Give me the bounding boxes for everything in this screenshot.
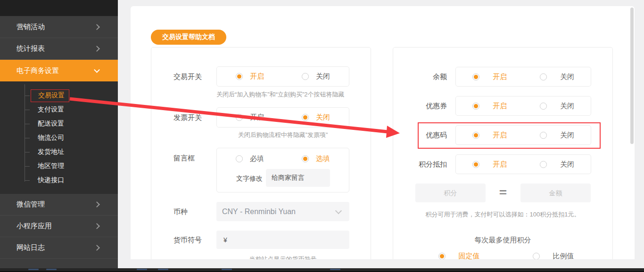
radio-option-label: 开启 <box>250 113 264 122</box>
radio-option-label: 开启 <box>250 72 264 81</box>
radio-option-label: 固定值 <box>459 252 480 260</box>
radio-selected-icon <box>302 114 309 121</box>
radio-unselected-icon <box>236 114 243 121</box>
chevron-right-icon <box>94 245 100 251</box>
sidebar-subitem-shipping-address[interactable]: 发货地址 <box>0 145 118 159</box>
main-content-panel: 交易设置帮助文档 交易开关 开启关闭 关闭后“加入购物车”和“立刻购买”2个按钮… <box>131 6 635 259</box>
radio-unselected-icon <box>236 155 243 162</box>
radio-option-label: 开启 <box>493 72 507 81</box>
sidebar: 营销活动 统计报表 电子商务设置 交易设置 支付设置 配送设置 物流公司 发货地… <box>0 0 118 272</box>
points-input[interactable] <box>415 184 486 202</box>
chevron-down-icon <box>94 67 100 73</box>
scrollbar-thumb[interactable] <box>630 8 634 144</box>
radio-option[interactable]: 关闭 <box>302 113 330 122</box>
radio-option[interactable]: 关闭 <box>540 102 574 111</box>
coupon-radio-group: 开启关闭 <box>455 96 591 116</box>
taskbar-smudge <box>46 269 57 270</box>
radio-unselected-icon <box>540 73 547 80</box>
radio-selected-icon <box>472 161 479 168</box>
radio-selected-icon <box>438 253 446 260</box>
radio-option[interactable]: 关闭 <box>540 131 574 140</box>
max-points-radio-group: 固定值比例值 <box>393 250 612 259</box>
radio-selected-icon <box>236 73 243 80</box>
radio-option[interactable]: 开启 <box>472 102 507 111</box>
sidebar-subitem-trade-settings[interactable]: 交易设置 <box>0 88 118 103</box>
sidebar-subitem-express-api[interactable]: 快递接口 <box>0 173 118 187</box>
invoice-switch-radio-group: 开启关闭 <box>216 107 349 128</box>
currency-select[interactable]: CNY - Renminbi Yuan <box>216 202 349 221</box>
radio-option[interactable]: 开启 <box>472 160 507 169</box>
radio-option[interactable]: 开启 <box>472 131 507 140</box>
sidebar-subitem-payment-settings[interactable]: 支付设置 <box>0 103 118 117</box>
submenu-item-label: 交易设置 <box>31 89 69 102</box>
trade-switch-note: 关闭后“加入购物车”和“立刻购买”2个按钮将隐藏 <box>216 90 358 99</box>
sidebar-subitem-region-management[interactable]: 地区管理 <box>0 159 118 173</box>
radio-option[interactable]: 必填 <box>236 154 264 163</box>
radio-option[interactable]: 开启 <box>236 72 264 81</box>
currency-symbol-input[interactable] <box>216 231 349 249</box>
help-doc-button[interactable]: 交易设置帮助文档 <box>151 30 226 45</box>
radio-unselected-icon <box>540 161 547 168</box>
radio-option-label: 开启 <box>493 131 507 140</box>
currency-symbol-note: 当前站点显示的货币符号 <box>216 255 349 259</box>
points-deduction-label: 积分抵扣 <box>403 160 447 169</box>
promo-code-label: 优惠码 <box>403 130 447 140</box>
message-box-radio-group: 必填选填 <box>217 148 349 169</box>
currency-select-value: CNY - Renminbi Yuan <box>222 208 296 216</box>
radio-option-label: 关闭 <box>560 72 574 81</box>
merchant-message-input[interactable] <box>266 169 330 187</box>
radio-option-label: 关闭 <box>560 160 574 169</box>
taskbar-smudge <box>137 269 147 270</box>
radio-option[interactable]: 关闭 <box>540 160 574 169</box>
sidebar-item-site-log[interactable]: 网站日志 <box>0 237 118 259</box>
trade-switch-radio-group: 开启关闭 <box>216 66 349 87</box>
radio-selected-icon <box>472 103 479 110</box>
points-rate-note: 积分可用于消费，支付时可以选择如：100积分抵扣1元。 <box>393 210 612 219</box>
radio-selected-icon <box>472 132 479 139</box>
taskbar-smudge <box>28 269 39 270</box>
radio-option[interactable]: 固定值 <box>438 250 480 259</box>
radio-option[interactable]: 选填 <box>302 154 330 163</box>
sidebar-item-label: 统计报表 <box>17 44 45 53</box>
sidebar-item-marketing[interactable]: 营销活动 <box>0 16 118 38</box>
amount-input[interactable] <box>520 184 591 202</box>
sidebar-subitem-logistics-company[interactable]: 物流公司 <box>0 131 118 145</box>
radio-option[interactable]: 关闭 <box>540 72 574 81</box>
chevron-right-icon <box>94 201 100 208</box>
sidebar-item-label: 小程序应用 <box>17 222 52 231</box>
sidebar-submenu: 交易设置 支付设置 配送设置 物流公司 发货地址 地区管理 快递接口 <box>0 81 118 194</box>
radio-unselected-icon <box>540 132 547 139</box>
chevron-right-icon <box>94 223 100 229</box>
radio-option-label: 选填 <box>316 154 330 163</box>
radio-option[interactable]: 开启 <box>472 72 507 81</box>
trade-switch-label: 交易开关 <box>173 72 202 81</box>
promo-code-radio-group: 开启关闭 <box>455 125 591 145</box>
radio-option-label: 关闭 <box>560 131 574 140</box>
sidebar-subitem-delivery-settings[interactable]: 配送设置 <box>0 117 118 131</box>
submenu-item-label: 配送设置 <box>38 120 64 128</box>
submenu-item-label: 地区管理 <box>38 162 64 170</box>
radio-option[interactable]: 关闭 <box>302 72 330 81</box>
sidebar-item-label: 电子商务设置 <box>17 66 59 75</box>
sidebar-item-label: 营销活动 <box>17 23 45 32</box>
points-deduction-radio-group: 开启关闭 <box>455 154 591 174</box>
message-box-group: 必填选填 文字修改 <box>216 148 349 192</box>
chevron-right-icon <box>94 24 100 30</box>
chevron-down-icon <box>335 208 342 214</box>
sidebar-header <box>0 0 118 16</box>
radio-option-label: 开启 <box>493 160 507 169</box>
radio-option[interactable]: 开启 <box>236 113 264 122</box>
message-box-text-edit: 文字修改 <box>217 169 349 192</box>
sidebar-item-miniprogram[interactable]: 小程序应用 <box>0 216 118 237</box>
invoice-switch-label: 发票开关 <box>173 113 202 122</box>
sidebar-item-reports[interactable]: 统计报表 <box>0 38 118 60</box>
sidebar-item-ecommerce-settings[interactable]: 电子商务设置 <box>0 60 118 81</box>
sidebar-item-label: 网站日志 <box>17 243 45 252</box>
radio-selected-icon <box>472 73 479 80</box>
coupon-label: 优惠券 <box>403 101 447 111</box>
sidebar-item-wechat[interactable]: 微信管理 <box>0 194 118 216</box>
radio-option[interactable]: 比例值 <box>533 250 574 259</box>
radio-option-label: 关闭 <box>316 72 330 81</box>
taskbar-smudge <box>222 269 232 270</box>
taskbar-smudge <box>330 269 340 270</box>
